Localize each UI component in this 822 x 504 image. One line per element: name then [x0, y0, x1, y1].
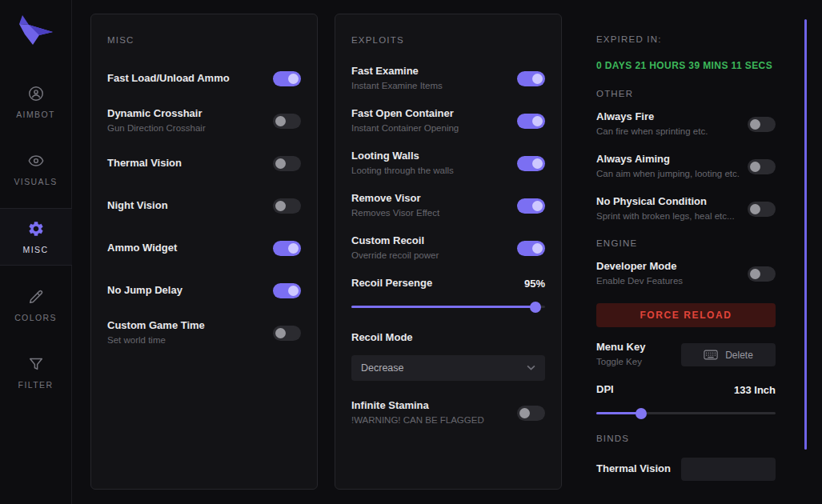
setting-row: Developer Mode Enable Dev Features	[596, 261, 776, 287]
setting-row: Remove Visor Removes Visor Effect	[351, 193, 545, 219]
setting-title: No Jump Delay	[107, 285, 182, 297]
bind-row: Thermal Vision	[596, 456, 776, 482]
setting-subtitle: Can aim when jumping, looting etc.	[596, 169, 740, 179]
setting-row: Fast Open Container Instant Container Op…	[351, 108, 545, 134]
section-other: OTHER	[596, 89, 776, 98]
menu-key-button[interactable]: Delete	[681, 343, 776, 366]
setting-row: Dynamic Crosshair Gun Direction Crosshai…	[107, 108, 301, 134]
sidebar-item-label: COLORS	[14, 313, 57, 322]
sidebar-item-visuals[interactable]: VISUALS	[0, 141, 72, 197]
setting-title: Fast Load/Unload Ammo	[107, 73, 230, 85]
recoil-slider-label: Recoil Persenge	[351, 278, 432, 290]
toggle-switch[interactable]	[273, 114, 301, 129]
recoil-mode-label: Recoil Mode	[351, 332, 413, 344]
toggle-switch[interactable]	[273, 198, 301, 214]
setting-title: Always Fire	[596, 111, 708, 123]
sidebar-item-label: AIMBOT	[16, 110, 55, 119]
menu-key-row: Menu Key Toggle Key Delete	[596, 342, 776, 368]
sidebar-item-label: MISC	[23, 245, 49, 254]
toggle-switch[interactable]	[517, 198, 545, 214]
setting-subtitle: Looting through the walls	[351, 166, 454, 176]
setting-subtitle: Instant Container Opening	[351, 123, 459, 134]
toggle-switch[interactable]	[517, 406, 545, 421]
setting-subtitle: Override recoil power	[351, 250, 439, 261]
toggle-switch[interactable]	[517, 114, 545, 129]
slider-fill	[351, 306, 535, 308]
setting-title: Night Vision	[107, 200, 168, 212]
toggle-switch[interactable]	[748, 202, 776, 217]
setting-row: Looting Walls Looting through the walls	[351, 150, 545, 177]
slider-fill	[596, 412, 641, 414]
sidebar-item-misc[interactable]: MISC	[0, 208, 72, 266]
setting-row: Fast Load/Unload Ammo	[107, 66, 301, 92]
menu-key-button-label: Delete	[725, 350, 753, 361]
setting-title: Thermal Vision	[107, 158, 182, 170]
expiry-countdown: 0 DAYS 21 HOURS 39 MINS 11 SECS	[596, 60, 776, 71]
panel-exploits: EXPLOITS Fast Examine Instant Examine It…	[335, 14, 562, 490]
dpi-slider[interactable]	[596, 412, 776, 414]
setting-title: Looting Walls	[351, 150, 454, 162]
toggle-switch[interactable]	[273, 71, 301, 86]
sidebar-item-colors[interactable]: COLORS	[0, 277, 72, 333]
toggle-switch[interactable]	[273, 283, 301, 298]
menu-key-subtitle: Toggle Key	[596, 357, 645, 367]
setting-row: Fast Examine Instant Examine Items	[351, 66, 545, 92]
setting-subtitle: Enable Dev Features	[596, 276, 683, 286]
toggle-switch[interactable]	[273, 156, 301, 171]
setting-row: Ammo Widget	[107, 235, 301, 262]
setting-title: Ammo Widget	[107, 242, 177, 254]
toggle-switch[interactable]	[273, 241, 301, 256]
toggle-switch[interactable]	[748, 117, 776, 132]
section-engine: ENGINE	[596, 238, 776, 248]
panel-misc: MISC Fast Load/Unload Ammo Dynamic Cross…	[90, 14, 318, 490]
slider-knob[interactable]	[636, 408, 647, 419]
setting-title: Fast Open Container	[351, 108, 459, 120]
dpi-value: 133 Inch	[734, 384, 776, 396]
setting-title: Always Aiming	[596, 154, 740, 166]
toggle-switch[interactable]	[748, 159, 776, 174]
slider-knob[interactable]	[530, 302, 541, 313]
section-binds: BINDS	[596, 434, 776, 443]
setting-row: Night Vision	[107, 193, 301, 219]
toggle-switch[interactable]	[517, 241, 545, 256]
gear-icon	[27, 220, 45, 238]
setting-title: Remove Visor	[351, 193, 439, 205]
setting-row: Always Aiming Can aim when jumping, loot…	[596, 154, 776, 180]
panel-scrollbar[interactable]	[804, 19, 807, 450]
setting-title: Dynamic Crosshair	[107, 108, 206, 120]
setting-title: Custom Recoil	[351, 235, 439, 247]
thermal-vision-bind-button[interactable]	[681, 458, 776, 481]
sidebar-item-filter[interactable]: FILTER	[0, 344, 72, 400]
toggle-switch[interactable]	[273, 326, 301, 341]
setting-row: Always Fire Can fire when sprinting etc.	[596, 111, 776, 138]
aimbot-icon	[27, 85, 45, 102]
setting-subtitle: !WARNING! CAN BE FLAGGED	[351, 415, 484, 426]
sidebar: AIMBOT VISUALS MISC	[0, 0, 72, 504]
force-reload-button[interactable]: FORCE RELOAD	[596, 303, 776, 327]
chevron-down-icon	[527, 365, 535, 370]
toggle-switch[interactable]	[748, 266, 776, 282]
setting-subtitle: Sprint with broken legs, heal etc...	[596, 211, 735, 222]
dpi-header: DPI 133 Inch	[596, 384, 776, 396]
eye-icon	[27, 152, 45, 170]
setting-row: No Physical Condition Sprint with broken…	[596, 196, 776, 222]
setting-subtitle: Instant Examine Items	[351, 81, 443, 91]
toggle-switch[interactable]	[517, 156, 545, 171]
filter-icon	[27, 355, 45, 373]
setting-subtitle: Can fire when sprinting etc.	[596, 126, 708, 137]
panel-status: EXPIRED IN: 0 DAYS 21 HOURS 39 MINS 11 S…	[579, 14, 795, 496]
brush-icon	[27, 288, 45, 306]
setting-row: Custom Game Time Set world time	[107, 320, 301, 346]
dropdown-selected-value: Decrease	[361, 362, 404, 374]
app-window: AIMBOT VISUALS MISC	[0, 0, 822, 504]
recoil-slider-header: Recoil Persenge 95%	[351, 278, 545, 290]
sidebar-item-aimbot[interactable]: AIMBOT	[0, 74, 72, 130]
toggle-switch[interactable]	[517, 71, 545, 86]
bind-title: Thermal Vision	[596, 463, 671, 475]
setting-title: Infinite Stamina	[351, 400, 484, 412]
keyboard-icon	[704, 350, 718, 360]
recoil-mode-dropdown[interactable]: Decrease	[351, 355, 545, 381]
menu-key-title: Menu Key	[596, 342, 645, 354]
panel-misc-title: MISC	[107, 35, 301, 45]
recoil-slider[interactable]	[351, 306, 545, 308]
